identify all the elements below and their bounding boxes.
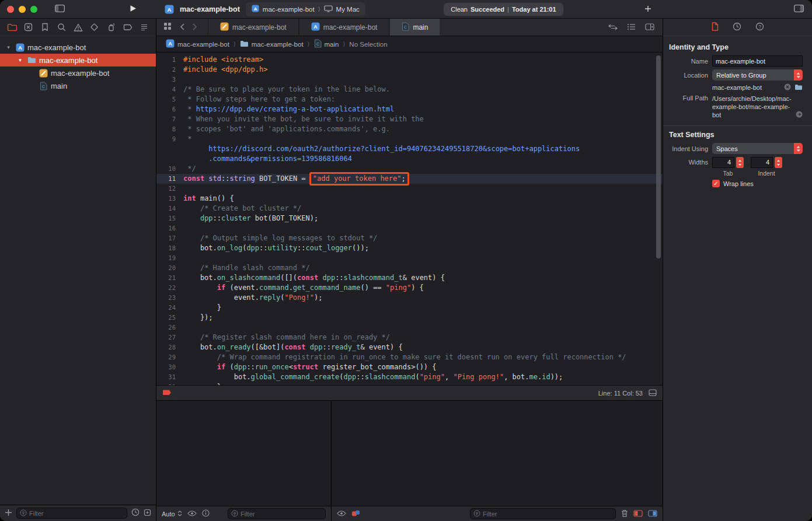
indent-using-popup[interactable]: Spaces <box>712 143 803 154</box>
titlebar-left <box>0 0 156 18</box>
wrap-lines-label: Wrap lines <box>723 180 754 187</box>
indent-width-stepper[interactable] <box>775 157 782 168</box>
debug-navigator-icon[interactable] <box>105 22 117 33</box>
console-output[interactable] <box>332 401 663 506</box>
editor-scrollbar[interactable] <box>656 55 661 258</box>
source-control-status-filter-icon[interactable] <box>144 508 151 519</box>
wrap-lines-checkbox[interactable]: ✓ <box>712 180 720 187</box>
line-number: 25 <box>156 313 183 323</box>
info-icon[interactable] <box>202 509 210 518</box>
breadcrumb-item[interactable]: Amac-example-bot <box>166 39 229 49</box>
tree-item[interactable]: Cmain <box>0 79 156 92</box>
source-control-navigator-icon[interactable] <box>22 22 34 33</box>
indent-width-field[interactable]: 4 <box>751 157 773 168</box>
breakpoint-navigator-icon[interactable] <box>122 22 134 33</box>
svg-text:A: A <box>18 45 22 51</box>
variables-filter-field[interactable] <box>228 508 326 519</box>
zoom-window-button[interactable] <box>30 6 37 13</box>
breadcrumb-item[interactable]: No Selection <box>349 41 387 48</box>
variables-view[interactable] <box>156 401 331 506</box>
editor-layout-icon[interactable] <box>649 389 657 397</box>
editor-tab[interactable]: Amac-example-bot <box>299 19 390 36</box>
indent-caption: Indent <box>758 170 775 177</box>
breadcrumb-item[interactable]: Cmain <box>314 39 339 49</box>
recent-files-filter-icon[interactable] <box>131 508 140 519</box>
variables-view-toggle-icon[interactable] <box>633 510 643 518</box>
line-number <box>156 154 183 164</box>
disclosure-chevron-icon[interactable]: ▾ <box>5 44 12 50</box>
activity-status[interactable]: Clean Succeeded | Today at 21:01 <box>444 3 563 16</box>
choose-folder-icon[interactable] <box>794 84 803 92</box>
close-window-button[interactable] <box>7 6 14 13</box>
tab-width-stepper[interactable] <box>736 157 744 168</box>
test-navigator-icon[interactable] <box>89 22 100 33</box>
svg-text:?: ? <box>758 24 761 30</box>
project-icon: A <box>311 22 320 33</box>
code-line: .commands&permissions=139586816064 <box>156 154 663 164</box>
variables-scope-popup[interactable]: Auto <box>162 510 182 517</box>
line-number: 1 <box>156 55 183 65</box>
file-inspector-icon[interactable] <box>712 22 719 32</box>
show-output-eye-icon[interactable] <box>337 510 346 517</box>
back-chevron-icon[interactable] <box>180 22 184 33</box>
forward-chevron-icon[interactable] <box>193 22 197 33</box>
name-field[interactable] <box>712 55 803 67</box>
editor-tab[interactable]: mac-example-bot <box>208 19 299 36</box>
clear-location-icon[interactable] <box>784 83 791 92</box>
find-navigator-icon[interactable] <box>55 22 67 33</box>
code-review-icon[interactable] <box>608 22 618 33</box>
tree-item-label: mac-example-bot <box>51 69 109 78</box>
console-view-toggle-icon[interactable] <box>648 510 657 518</box>
tree-item[interactable]: ▾mac-example-bot <box>0 54 156 67</box>
tree-item[interactable]: mac-example-bot <box>0 67 156 79</box>
navigator-filter-input[interactable] <box>29 510 124 517</box>
disclosure-chevron-icon[interactable]: ▾ <box>16 57 24 63</box>
editor-tab[interactable]: Cmain <box>389 19 440 36</box>
line-number: 7 <box>156 114 183 124</box>
new-tab-button[interactable] <box>642 4 654 15</box>
console-io-icon[interactable] <box>351 510 360 518</box>
tab-width-field[interactable]: 4 <box>712 157 734 168</box>
tree-item[interactable]: ▾Amac-example-bot <box>0 41 156 54</box>
variables-filter-input[interactable] <box>241 510 322 517</box>
console-filter-field[interactable] <box>470 508 616 519</box>
goto-path-arrow-icon[interactable] <box>796 111 803 119</box>
project-navigator-icon[interactable] <box>6 22 18 33</box>
breadcrumb-item[interactable]: mac-example-bot <box>240 40 304 48</box>
breakpoints-toggle-icon[interactable] <box>162 389 172 397</box>
scheme-name[interactable]: mac-example-bot <box>263 6 315 13</box>
bookmark-navigator-icon[interactable] <box>39 22 51 33</box>
code-line: 23 event.reply("Pong!"); <box>156 293 663 303</box>
line-number <box>156 144 183 154</box>
line-number: 4 <box>156 85 183 95</box>
clear-console-trash-icon[interactable] <box>621 509 628 519</box>
add-file-button[interactable] <box>5 508 12 519</box>
console-filter-input[interactable] <box>483 510 612 517</box>
show-variables-eye-icon[interactable] <box>187 510 197 517</box>
titlebar-center: A mac-example-bot A mac-example-bot ⟩ My… <box>156 0 663 18</box>
scheme-selector[interactable]: A mac-example-bot ⟩ My Mac <box>246 2 365 16</box>
related-items-icon[interactable] <box>163 22 172 33</box>
line-number: 32 <box>156 382 183 385</box>
breadcrumb-label: mac-example-bot <box>252 41 304 48</box>
location-popup[interactable]: Relative to Group <box>712 69 803 81</box>
toggle-navigator-icon[interactable] <box>55 4 65 15</box>
line-number: 5 <box>156 95 183 104</box>
editor-options-icon[interactable] <box>627 22 636 33</box>
scheme-destination[interactable]: My Mac <box>336 6 360 13</box>
tab-width-group: 4 Tab <box>712 157 744 177</box>
history-inspector-icon[interactable] <box>733 22 741 32</box>
popup-arrows-icon <box>794 143 803 154</box>
toggle-inspector-icon[interactable] <box>794 4 804 15</box>
navigator-filter-field[interactable] <box>16 508 127 519</box>
code-line: 17 /* Output simple log messages to stdo… <box>156 233 663 243</box>
code-line: 13int main() { <box>156 194 663 204</box>
issue-navigator-icon[interactable] <box>72 22 84 33</box>
minimize-window-button[interactable] <box>19 6 26 13</box>
code-area[interactable]: 1#include <iostream>2#include <dpp/dpp.h… <box>156 53 663 385</box>
code-line: 19 <box>156 253 663 263</box>
add-editor-icon[interactable] <box>645 22 654 33</box>
report-navigator-icon[interactable] <box>138 22 150 33</box>
run-button[interactable] <box>130 4 137 15</box>
quick-help-inspector-icon[interactable]: ? <box>755 22 764 32</box>
